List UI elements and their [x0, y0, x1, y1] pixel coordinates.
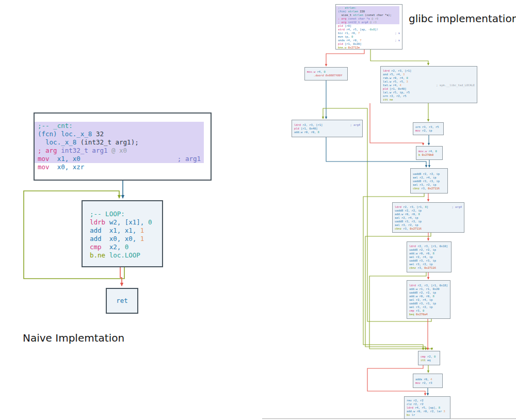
asm-line: ; arg int32_t arg1 @ x0	[35, 147, 204, 155]
asm-line: .dword 0x0007f00f	[305, 74, 347, 77]
asm-token: r2, r3	[422, 381, 432, 385]
asm-token: r4,	[317, 70, 324, 74]
null-found-block[interactable]: cmp r2, 0itt eq	[418, 351, 440, 365]
asm-line: uadd8 r3, r3, ip	[407, 302, 450, 305]
asm-token: 0	[406, 76, 408, 80]
asm-token: sel r3, r2, ip	[395, 223, 418, 227]
asm-token: ldrd	[395, 205, 403, 209]
misaligned-setup-block[interactable]: ldrd r2, r3, [r1]and r5, r4, 3rsb.w r0, …	[380, 66, 477, 103]
asm-line: itt eq	[418, 359, 440, 362]
asm-token: ; arg	[338, 17, 348, 21]
asm-token: int32_t arg1	[61, 147, 111, 155]
asm-token: 1	[140, 227, 144, 235]
naive-loop-block[interactable]: ;-- LOOP:ldrb w2, [x1], 0add x1, x1, 1ad…	[82, 200, 163, 267]
asm-token: r2, r3, [r1,	[403, 205, 425, 209]
asm-line: bx lr	[405, 413, 450, 417]
asm-line: uadd8 r3, r3, ip	[393, 220, 464, 223]
asm-token: ; arg4	[452, 205, 462, 208]
asm-token: mov.w	[307, 70, 317, 74]
asm-token: 8	[418, 213, 420, 216]
epilogue-block[interactable]: rev r2, r2clz r2, r2ldrd r4, r5, [sp], 8…	[404, 396, 450, 419]
asm-token: rsb.w r0, r4,	[383, 76, 406, 80]
asm-token: 0	[148, 218, 152, 227]
asm-token: ;-- _cnt:	[38, 122, 73, 130]
asm-line: ; arg const char *s @ r0	[336, 17, 399, 21]
naive-ret-block[interactable]: ret	[106, 288, 138, 314]
asm-token: [r1, 0x40]	[390, 87, 406, 91]
check-word8-block[interactable]: ldrd r2, r3, [r1, 8]; arg4uadd8 r2, r2, …	[392, 202, 464, 233]
asm-comment: ; s	[391, 31, 400, 35]
asm-token: ;-- LOOP:	[90, 210, 125, 218]
asm-token: x1, x0	[50, 155, 80, 163]
asm-line: add.w r0, r0, 8	[407, 252, 451, 255]
asm-token: int32_t arg4	[348, 21, 369, 24]
asm-token: 0x270a4	[416, 313, 428, 316]
asm-line: add x1, x1, 1	[87, 227, 162, 235]
asm-line: mov r2, ip	[413, 129, 443, 133]
asm-line: add.w r0, r0, 8	[407, 295, 450, 298]
asm-token: mov	[38, 155, 50, 163]
adjust-count-block[interactable]: adds r0, 4mov r2, r3	[413, 374, 443, 388]
asm-token: ret	[116, 297, 128, 305]
asm-token: lsl.w r5, ip, r5	[383, 91, 410, 94]
loop-load-block[interactable]: ldrd r2, r3, [r1]; arg4pld [r1, 0x40]add…	[292, 120, 363, 137]
asm-line: b 0x270b0	[416, 153, 442, 157]
asm-token: r3,	[417, 266, 424, 270]
asm-token: strlen	[348, 10, 360, 13]
asm-line: sel r2, r4, ip	[393, 216, 464, 220]
asm-token: 0x270b0	[422, 153, 434, 157]
asm-token: pld	[294, 127, 301, 131]
asm-line: rsb.w r0, r4, 0	[381, 76, 477, 80]
asm-token: 0	[324, 70, 325, 74]
asm-line: cbnz r3, 0x27116	[393, 227, 464, 231]
asm-token: sel r2, r4, ip	[395, 216, 418, 220]
asm-line: mov x1, x0; arg1	[35, 155, 204, 163]
asm-line: loc._x_8 (int32_t arg1);	[35, 138, 204, 147]
asm-token: cbnz	[413, 187, 421, 190]
check-word16-block[interactable]: ldrd r2, r3, [r1, 0x10]uadd8 r2, r2, ipa…	[407, 241, 452, 272]
branch-join-block[interactable]: mov.w r4, 0b 0x270b0	[416, 146, 443, 160]
asm-line: lsl.w r5, r5, 3	[381, 80, 477, 84]
asm-token: -0x8	[368, 28, 375, 31]
asm-token: bx	[407, 413, 412, 417]
asm-token: and r5, r4,	[383, 73, 403, 76]
orn-cond-block[interactable]: orn r3, r3, r5mov r2, ip	[413, 122, 444, 135]
asm-token	[38, 138, 45, 147]
asm-token: r4,	[428, 150, 435, 153]
asm-token: 7	[360, 39, 361, 42]
asm-token: strlen	[353, 13, 365, 17]
asm-token: lr	[412, 413, 415, 417]
asm-token: r2, ip	[422, 129, 432, 133]
asm-line: sel r3, r2, ip	[407, 263, 451, 266]
asm-line: ldrd r2, r3, [r1]	[381, 69, 477, 73]
asm-token: 4	[430, 378, 432, 381]
asm-token: sel r3, r2, ip	[413, 183, 436, 187]
asm-line: sel r2, r4, ip	[407, 298, 450, 302]
asm-token: adds r0,	[415, 378, 430, 381]
check-word24-block[interactable]: ldrd r2, r3, [r1, 0x18]add.w r1, r1, 0x2…	[407, 280, 450, 319]
asm-token: 32	[96, 130, 104, 138]
asm-token: size_t	[338, 13, 353, 17]
asm-token: sel r2, r4, ip	[409, 255, 432, 259]
asm-token: [r1, 0x20]	[345, 42, 361, 46]
asm-token: const char *s	[348, 17, 371, 21]
asm-line: uadd8 r2, r2, ip	[393, 209, 464, 213]
asm-token: 3	[443, 410, 445, 413]
asm-token: beq	[409, 313, 416, 316]
asm-line: mov.w r4, 0	[416, 150, 442, 153]
asm-token: ]!	[375, 28, 378, 31]
asm-token: x0, xzr	[50, 163, 85, 171]
naive-entry-block[interactable]: ;-- _cnt:(fcn) loc._x_8 32 loc._x_8 (int…	[34, 112, 212, 181]
asm-token: mov	[415, 129, 422, 133]
asm-token: 0x27116	[410, 227, 422, 231]
check-word0-block[interactable]: uadd8 r2, r2, ipsel r2, r4, ipuadd8 r3, …	[410, 168, 448, 193]
asm-line: bne.w 0x2712e	[336, 46, 402, 50]
asm-line: ldrb w2, [x1], 0	[87, 218, 162, 227]
strlen-entry-block[interactable]: ;-- strlen:(fcn) strlen 220 size_t strle…	[335, 4, 402, 50]
glibc-edge-load-to-check0	[326, 137, 426, 167]
asm-line: uadd8 r2, r2, ip	[407, 291, 450, 295]
asm-token: add x1, x1,	[90, 227, 140, 235]
asm-line: ldrd r2, r3, [r1]; arg4	[292, 123, 362, 127]
aligned-setup-block[interactable]: mov.w r4, 0 .dword 0x0007f00f	[304, 67, 348, 80]
asm-token: ]	[427, 205, 428, 209]
